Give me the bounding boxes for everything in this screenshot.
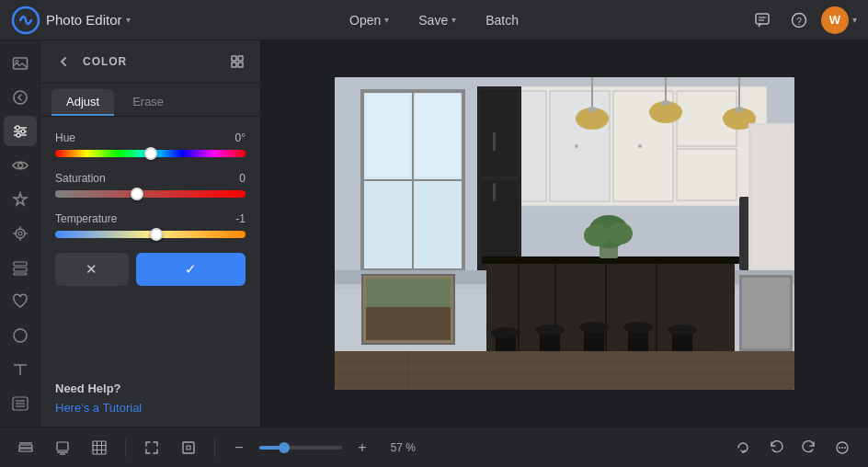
temperature-label: Temperature xyxy=(55,212,117,225)
undo-icon xyxy=(769,440,783,455)
temperature-slider[interactable] xyxy=(55,231,246,238)
fullscreen-btn[interactable] xyxy=(174,433,203,462)
bottom-right-icons xyxy=(728,433,857,462)
sidebar-text-btn[interactable] xyxy=(4,355,37,385)
image-icon xyxy=(12,55,29,72)
svg-point-12 xyxy=(16,126,19,130)
help-icon: ? xyxy=(791,12,807,28)
sidebar-filter-btn[interactable] xyxy=(4,389,37,419)
panel-help: Need Help? Here's a Tutorial xyxy=(40,370,260,427)
svg-point-66 xyxy=(661,100,670,106)
chat-button[interactable] xyxy=(748,6,777,35)
panel-actions: ✕ ✓ xyxy=(40,253,260,286)
svg-rect-34 xyxy=(232,63,236,67)
saturation-thumb[interactable] xyxy=(131,188,143,200)
filter-icon xyxy=(12,395,29,412)
svg-rect-119 xyxy=(183,442,194,453)
history-icon xyxy=(55,440,70,455)
more-btn[interactable] xyxy=(828,433,857,462)
svg-rect-22 xyxy=(14,262,27,266)
batch-button[interactable]: Batch xyxy=(474,7,530,33)
saturation-value: 0 xyxy=(239,172,246,185)
saturation-slider-group: Saturation 0 xyxy=(55,172,246,198)
app-title-text: Photo Editor xyxy=(46,12,122,28)
svg-rect-24 xyxy=(14,273,27,275)
user-chevron: ▾ xyxy=(852,15,857,25)
sidebar-back-btn[interactable] xyxy=(4,82,37,112)
svg-point-81 xyxy=(607,222,633,245)
panel-header: COLOR xyxy=(40,40,260,84)
photo-frame xyxy=(335,77,794,390)
sidebar-effects-btn[interactable] xyxy=(4,218,37,248)
svg-rect-109 xyxy=(19,449,32,451)
batch-label: Batch xyxy=(485,13,519,28)
svg-point-122 xyxy=(839,447,840,449)
sidebar-adjust-btn[interactable] xyxy=(4,116,37,146)
svg-point-17 xyxy=(18,232,22,235)
fullscreen-icon xyxy=(181,440,196,455)
sidebar-eye-btn[interactable] xyxy=(4,150,37,180)
temperature-thumb[interactable] xyxy=(150,228,163,241)
zoom-minus-button[interactable]: − xyxy=(226,435,252,461)
rotate-icon xyxy=(736,440,750,455)
separator-2 xyxy=(214,439,215,457)
sidebar-image-btn[interactable] xyxy=(4,48,37,78)
sidebar-circle-btn[interactable] xyxy=(4,321,37,351)
panel-back-button[interactable] xyxy=(51,50,75,74)
star-icon xyxy=(12,191,29,208)
help-button[interactable]: ? xyxy=(784,6,814,35)
svg-point-87 xyxy=(579,322,609,333)
saturation-label-row: Saturation 0 xyxy=(55,172,246,185)
fit-screen-btn[interactable] xyxy=(137,433,166,462)
grid-btn[interactable] xyxy=(85,433,114,462)
save-chevron: ▾ xyxy=(451,15,456,25)
svg-rect-23 xyxy=(14,268,27,271)
svg-point-15 xyxy=(17,163,22,167)
hue-thumb[interactable] xyxy=(144,147,157,160)
svg-point-83 xyxy=(491,327,520,338)
redo-btn[interactable] xyxy=(794,433,824,462)
back-arrow-icon xyxy=(57,55,70,68)
user-menu-button[interactable]: W ▾ xyxy=(821,6,857,34)
svg-rect-60 xyxy=(493,183,496,201)
rotate-btn[interactable] xyxy=(728,433,758,462)
eye-icon xyxy=(12,157,29,174)
tab-erase-label: Erase xyxy=(132,95,164,108)
open-button[interactable]: Open ▾ xyxy=(338,7,400,33)
sidebar-layers-btn[interactable] xyxy=(4,253,37,283)
saturation-slider[interactable] xyxy=(55,190,246,198)
topbar-right: ? W ▾ xyxy=(748,6,857,35)
svg-point-25 xyxy=(14,329,27,342)
user-initial: W xyxy=(829,13,840,27)
bottombar: − + 57 % xyxy=(0,427,868,467)
cancel-button[interactable]: ✕ xyxy=(55,253,129,286)
separator-1 xyxy=(125,439,126,457)
help-link[interactable]: Here's a Tutorial xyxy=(55,401,142,415)
svg-point-91 xyxy=(668,325,697,336)
topbar: Photo Editor ▾ Open ▾ Save ▾ Batch xyxy=(0,0,868,40)
app-logo xyxy=(11,6,40,35)
svg-point-123 xyxy=(844,447,846,449)
layers-bottom-btn[interactable] xyxy=(11,433,40,462)
svg-point-89 xyxy=(623,322,653,333)
sliders-icon xyxy=(12,123,29,140)
temperature-slider-group: Temperature -1 xyxy=(55,212,246,238)
sidebar-heart-btn[interactable] xyxy=(4,287,37,317)
zoom-plus-button[interactable]: + xyxy=(349,435,375,461)
zoom-slider[interactable] xyxy=(259,446,342,450)
help-title: Need Help? xyxy=(55,382,246,395)
undo-btn[interactable] xyxy=(761,433,791,462)
panel-expand-button[interactable] xyxy=(225,50,249,74)
sidebar-star-btn[interactable] xyxy=(4,184,37,214)
chat-icon xyxy=(754,12,771,28)
tab-adjust[interactable]: Adjust xyxy=(51,89,114,116)
history-btn[interactable] xyxy=(48,433,77,462)
apply-button[interactable]: ✓ xyxy=(136,253,246,286)
hue-slider[interactable] xyxy=(55,150,246,157)
svg-rect-102 xyxy=(366,307,451,340)
svg-point-54 xyxy=(575,144,578,148)
save-button[interactable]: Save ▾ xyxy=(407,7,467,33)
svg-rect-107 xyxy=(751,126,792,268)
tab-erase[interactable]: Erase xyxy=(118,89,178,116)
svg-point-63 xyxy=(588,107,597,112)
